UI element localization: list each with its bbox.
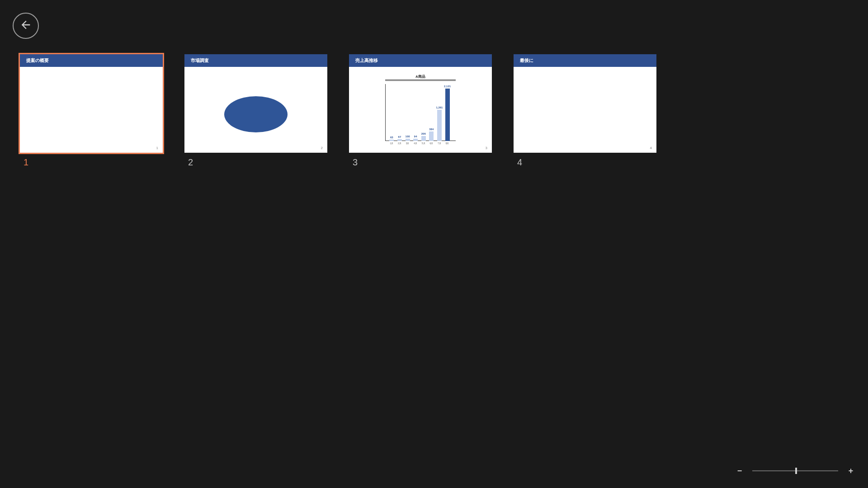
chart-bar-category: 5月 xyxy=(422,142,425,145)
ellipse-shape xyxy=(224,96,288,132)
zoom-control: − + xyxy=(735,466,855,475)
slide-page-number: 2 xyxy=(321,146,323,150)
chart-bar-value: 94 xyxy=(414,135,417,138)
chart-bar: 2065月 xyxy=(421,136,426,141)
slide-wrap-2: 市場調査22 xyxy=(184,54,327,168)
slide-thumbnail-3[interactable]: 売上高推移A商品631月672月1003月944月2065月3846月1,261… xyxy=(349,54,492,153)
slide-thumbnail-1[interactable]: 提案の概要1 xyxy=(20,54,163,153)
chart-bar-category: 4月 xyxy=(414,142,417,145)
chart-bar-value: 384 xyxy=(429,128,434,131)
slide-index-label: 1 xyxy=(20,157,163,168)
chart-bar-category: 6月 xyxy=(429,142,433,145)
slide-index-label: 3 xyxy=(349,157,492,168)
chart-bar-category: 8月 xyxy=(446,142,449,145)
slide-page-number: 1 xyxy=(156,146,158,150)
zoom-out-button[interactable]: − xyxy=(735,466,744,475)
slide-thumbnail-4[interactable]: 最後に4 xyxy=(514,54,656,153)
back-arrow-icon xyxy=(19,19,32,33)
chart-bar: 631月 xyxy=(389,140,394,141)
chart-bar-value: 206 xyxy=(421,132,426,135)
slide-title-bar: 売上高推移 xyxy=(349,54,492,67)
chart-y-axis xyxy=(385,84,386,141)
slide-body: 4 xyxy=(514,67,656,153)
slide-title-bar: 最後に xyxy=(514,54,656,67)
slide-body: A商品631月672月1003月944月2065月3846月1,2617月2,1… xyxy=(349,67,492,153)
slide-title-bar: 市場調査 xyxy=(184,54,327,67)
chart-bar-value: 67 xyxy=(398,136,401,138)
slide-thumbnail-2[interactable]: 市場調査2 xyxy=(184,54,327,153)
back-button[interactable] xyxy=(13,13,39,39)
chart-title: A商品 xyxy=(349,74,492,79)
slide-index-label: 2 xyxy=(184,157,327,168)
chart-bar-category: 1月 xyxy=(390,142,393,145)
chart-bar: 1003月 xyxy=(406,139,410,141)
chart-bar-value: 1,261 xyxy=(436,106,443,109)
slide-page-number: 4 xyxy=(650,146,652,150)
slide-body: 2 xyxy=(184,67,327,153)
chart-bar: 3846月 xyxy=(429,131,434,141)
chart-area: 631月672月1003月944月2065月3846月1,2617月2,1218… xyxy=(385,84,456,145)
slide-wrap-1: 提案の概要11 xyxy=(20,54,163,168)
zoom-slider-handle[interactable] xyxy=(795,468,797,474)
slide-wrap-3: 売上高推移A商品631月672月1003月944月2065月3846月1,261… xyxy=(349,54,492,168)
chart-bar-value: 100 xyxy=(406,135,410,138)
chart-bar-category: 2月 xyxy=(398,142,401,145)
chart-bar-value: 63 xyxy=(390,136,393,139)
slides-grid: 提案の概要11市場調査22売上高推移A商品631月672月1003月944月20… xyxy=(20,54,848,168)
zoom-in-button[interactable]: + xyxy=(846,466,855,475)
slide-page-number: 3 xyxy=(486,146,487,150)
slide-index-label: 4 xyxy=(514,157,656,168)
slide-title-bar: 提案の概要 xyxy=(20,54,163,67)
zoom-slider-track[interactable] xyxy=(752,470,838,471)
chart-bar: 672月 xyxy=(397,139,402,141)
chart-bar: 944月 xyxy=(413,139,418,141)
chart-bar: 1,2617月 xyxy=(437,110,442,141)
chart-bar: 2,1218月 xyxy=(445,89,450,141)
chart-bar-category: 7月 xyxy=(438,142,441,145)
chart-bar-value: 2,121 xyxy=(444,85,451,88)
slide-wrap-4: 最後に44 xyxy=(514,54,656,168)
chart-title-underline xyxy=(385,80,456,81)
chart-title-underline xyxy=(385,80,456,80)
slide-body: 1 xyxy=(20,67,163,153)
chart-bar-category: 3月 xyxy=(406,142,410,145)
